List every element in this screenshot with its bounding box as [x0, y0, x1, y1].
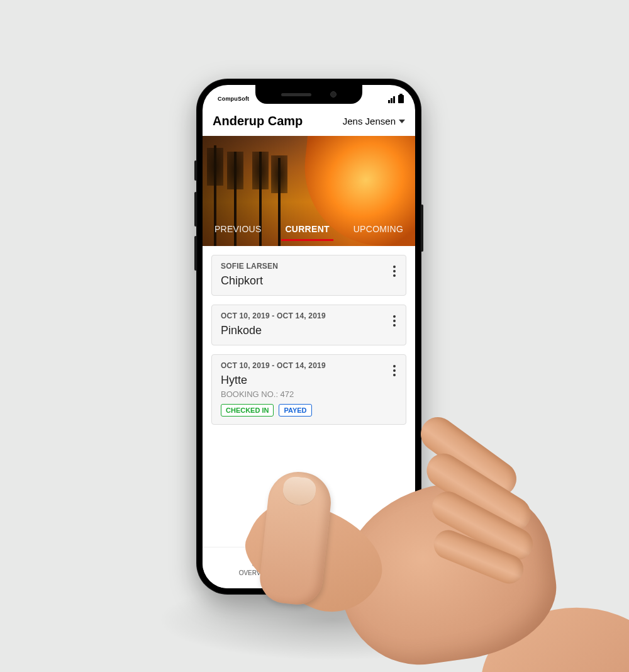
booking-number: BOOKING NO.: 472 — [221, 389, 397, 399]
status-brand: CompuSoft — [218, 96, 249, 102]
card-subtitle: OCT 10, 2019 - OCT 14, 2019 — [221, 361, 397, 370]
list-item[interactable]: OCT 10, 2019 - OCT 14, 2019 Pinkode — [211, 305, 406, 345]
nav-messages[interactable]: MESSAGES — [309, 547, 415, 588]
tab-previous[interactable]: PREVIOUS — [211, 221, 265, 241]
user-dropdown[interactable]: Jens Jensen — [343, 116, 405, 126]
more-menu-button[interactable] — [391, 263, 398, 279]
status-badge-payed: PAYED — [279, 404, 311, 417]
volume-down-button — [194, 236, 197, 271]
list-item[interactable]: SOFIE LARSEN Chipkort — [211, 255, 406, 296]
nav-label: OVERVIEW — [239, 569, 273, 576]
phone-notch — [255, 85, 362, 104]
chevron-down-icon — [399, 120, 405, 123]
bottom-nav: OVERVIEW MESSAGES — [203, 547, 415, 588]
list-item[interactable]: OCT 10, 2019 - OCT 14, 2019 Hytte BOOKIN… — [211, 354, 406, 425]
front-camera — [330, 91, 337, 98]
card-title: Chipkort — [221, 274, 397, 288]
status-badge-checked-in: CHECKED IN — [221, 404, 274, 417]
phone-frame: CompuSoft Anderup Camp Jens Jensen PREVI… — [196, 79, 421, 595]
card-subtitle: SOFIE LARSEN — [221, 262, 397, 271]
card-list: SOFIE LARSEN Chipkort OCT 10, 2019 - OCT… — [203, 246, 415, 442]
card-title: Hytte — [221, 374, 397, 387]
card-title: Pinkode — [221, 324, 397, 337]
battery-icon — [398, 95, 404, 103]
nav-overview[interactable]: OVERVIEW — [203, 547, 309, 588]
speaker-grille — [281, 93, 311, 96]
hero-image: PREVIOUS CURRENT UPCOMING — [203, 136, 415, 246]
status-badges: CHECKED IN PAYED — [221, 404, 397, 417]
tab-current[interactable]: CURRENT — [281, 221, 333, 241]
nav-label: MESSAGES — [344, 569, 379, 576]
more-menu-button[interactable] — [391, 313, 398, 329]
page-title: Anderup Camp — [213, 114, 303, 128]
tabs: PREVIOUS CURRENT UPCOMING — [203, 215, 415, 246]
user-name: Jens Jensen — [343, 116, 396, 126]
app-header: Anderup Camp Jens Jensen — [203, 109, 415, 136]
power-button — [421, 204, 423, 252]
signal-icon — [388, 96, 395, 103]
mute-switch — [194, 160, 197, 181]
bell-icon — [355, 554, 369, 568]
home-icon — [249, 554, 263, 568]
phone-screen: CompuSoft Anderup Camp Jens Jensen PREVI… — [203, 85, 415, 588]
card-subtitle: OCT 10, 2019 - OCT 14, 2019 — [221, 311, 397, 320]
volume-up-button — [194, 192, 197, 227]
more-menu-button[interactable] — [391, 362, 398, 379]
tab-upcoming[interactable]: UPCOMING — [350, 221, 407, 241]
